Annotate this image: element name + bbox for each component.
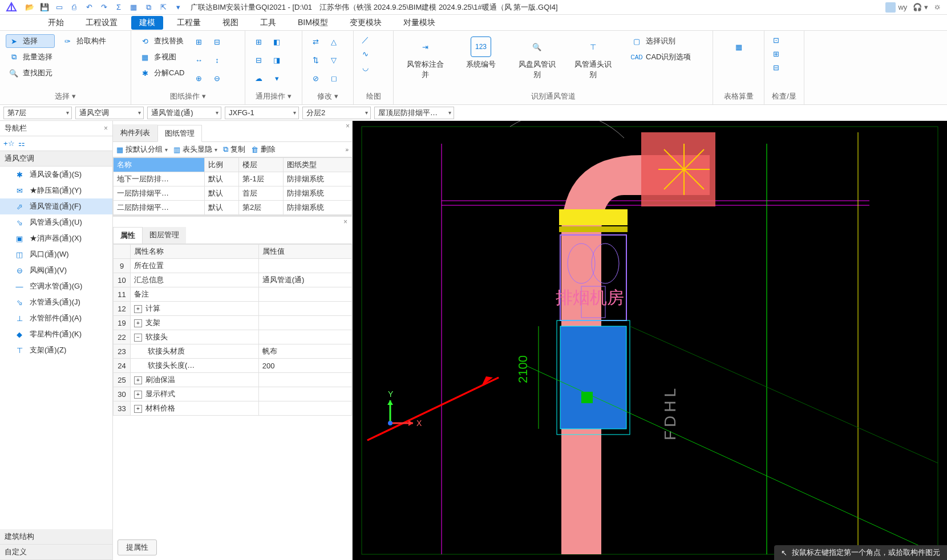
batch-select-button[interactable]: ⧉批量选择 — [6, 50, 55, 64]
main-tab-6[interactable]: BIM模型 — [290, 16, 336, 30]
drawing-tool-6-icon[interactable]: ⊖ — [209, 71, 224, 86]
table-calc-button[interactable]: ▦ — [719, 34, 758, 90]
panel-close-icon[interactable]: × — [346, 122, 350, 130]
main-tab-1[interactable]: 工程设置 — [78, 16, 126, 30]
close-icon[interactable]: × — [104, 124, 108, 132]
main-tab-3[interactable]: 工程量 — [169, 16, 209, 30]
prop-tab-0[interactable]: 属性 — [113, 227, 143, 244]
check-tool-3-icon[interactable]: ⊟ — [770, 62, 782, 73]
sidebar-item-10[interactable]: ◆零星构件(通)(K) — [0, 326, 112, 342]
prop-row[interactable]: 30+显示样式 — [114, 387, 352, 401]
sidebar-filter-icon[interactable]: ⚏ — [18, 139, 25, 148]
sidebar-item-5[interactable]: ◫风口(通)(W) — [0, 246, 112, 262]
general-group-label[interactable]: 通用操作 ▾ — [251, 90, 296, 103]
general-tool-3-icon[interactable]: ⊟ — [251, 52, 266, 67]
explode-cad-button[interactable]: ✱分解CAD — [137, 66, 187, 80]
check-tool-1-icon[interactable]: ⊡ — [770, 34, 782, 46]
expand-icon[interactable]: + — [134, 405, 142, 413]
prop-row[interactable]: 24软接头长度(…200 — [114, 359, 352, 373]
drawing-tab-1[interactable]: 图纸管理 — [157, 125, 202, 142]
drawing-tool-5-icon[interactable]: ⊕ — [191, 71, 206, 86]
prop-row[interactable]: 10汇总信息通风管道(通) — [114, 273, 352, 287]
sidebar-item-0[interactable]: ✱通风设备(通)(S) — [0, 167, 112, 182]
sidebar-item-6[interactable]: ⊖风阀(通)(V) — [0, 262, 112, 278]
fancoil-duct-recognize-button[interactable]: 🔍风盘风管识别 — [511, 34, 562, 82]
select-button[interactable]: ➤选择 — [6, 34, 55, 48]
duct-fitting-recognize-button[interactable]: ⊤风管通头识别 — [567, 34, 618, 82]
line-tool-icon[interactable]: ／ — [359, 34, 371, 46]
prop-row[interactable]: 23软接头材质帆布 — [114, 344, 352, 359]
component-select[interactable]: 通风管道(通) — [147, 107, 221, 119]
qat-copy-icon[interactable]: ⧉ — [143, 2, 154, 13]
prop-row[interactable]: 33+材料价格 — [114, 401, 352, 416]
drawing-tab-0[interactable]: 构件列表 — [113, 124, 157, 141]
prop-tab-1[interactable]: 图层管理 — [143, 227, 186, 244]
qat-layout-icon[interactable]: ▦ — [128, 2, 139, 13]
drawing-col-0[interactable]: 名称 — [114, 158, 205, 172]
sidebar-item-9[interactable]: ⊥水管部件(通)(A) — [0, 310, 112, 326]
arc-tool-icon[interactable]: ◡ — [359, 62, 371, 73]
duct-label-merge-button[interactable]: ⇥风管标注合并 — [399, 34, 451, 82]
modify-tool-6-icon[interactable]: ◻ — [326, 71, 341, 86]
general-tool-6-icon[interactable]: ▾ — [269, 71, 284, 86]
qat-undo-icon[interactable]: ↶ — [83, 2, 95, 13]
splitter[interactable] — [113, 214, 352, 217]
sidebar-item-8[interactable]: ⬂水管通头(通)(J) — [0, 294, 112, 310]
drawing-tool-3-icon[interactable]: ↔ — [191, 52, 206, 67]
expand-icon[interactable]: + — [134, 305, 142, 313]
sidebar-bottom-1[interactable]: 自定义 — [0, 545, 112, 560]
sidebar-category[interactable]: 通风空调 — [0, 151, 112, 167]
main-tab-4[interactable]: 视图 — [215, 16, 246, 30]
drawing-tool-1-icon[interactable]: ⊞ — [191, 34, 206, 49]
drawing-canvas[interactable]: 2100 排烟机房 FDHL X Y ↖ 按鼠标左键指定第一个角 — [353, 121, 947, 560]
sidebar-item-4[interactable]: ▣★消声器(通)(X) — [0, 230, 112, 246]
floor-select[interactable]: 第7层 — [3, 107, 72, 119]
sidebar-item-1[interactable]: ✉★静压箱(通)(Y) — [0, 182, 112, 198]
find-replace-button[interactable]: ⟲查找替换 — [137, 34, 187, 48]
group-by-button[interactable]: ▦按默认分组 ▾ — [116, 144, 168, 155]
plan-select[interactable]: 屋顶层防排烟平… — [374, 107, 454, 119]
polyline-tool-icon[interactable]: ∿ — [359, 48, 371, 59]
header-toggle-button[interactable]: ▥表头显隐 ▾ — [173, 144, 217, 155]
find-element-button[interactable]: 🔍查找图元 — [6, 66, 55, 80]
prop-row[interactable]: 22−软接头 — [114, 330, 352, 344]
prop-row[interactable]: 11备注 — [114, 287, 352, 302]
modify-tool-3-icon[interactable]: ⇅ — [308, 52, 323, 67]
general-tool-5-icon[interactable]: ☁ — [251, 71, 266, 86]
extract-prop-button[interactable]: 提属性 — [118, 539, 157, 555]
main-tab-5[interactable]: 工具 — [252, 16, 284, 30]
qat-sum-icon[interactable]: Σ — [113, 2, 124, 13]
qat-open-icon[interactable]: 📂 — [24, 2, 35, 13]
select-group-label[interactable]: 选择 ▾ — [6, 90, 125, 103]
prop-row[interactable]: 9所在位置 — [114, 259, 352, 273]
sidebar-item-3[interactable]: ⬂风管通头(通)(U) — [0, 214, 112, 230]
modify-tool-5-icon[interactable]: ⊘ — [308, 71, 323, 86]
qat-export-icon[interactable]: ⇱ — [157, 2, 169, 13]
sidebar-item-7[interactable]: —空调水管(通)(G) — [0, 278, 112, 294]
system-select[interactable]: 通风空调 — [75, 107, 144, 119]
modify-tool-2-icon[interactable]: △ — [326, 34, 341, 49]
expand-icon[interactable]: − — [134, 334, 142, 342]
select-recognize-button[interactable]: ▢选择识别 — [629, 34, 693, 48]
general-tool-2-icon[interactable]: ◧ — [269, 34, 284, 49]
delete-button[interactable]: 🗑删除 — [251, 144, 276, 155]
qat-save-icon[interactable]: 💾 — [39, 2, 50, 13]
more-icon[interactable]: » — [345, 147, 349, 153]
drawing-row[interactable]: 地下一层防排…默认第-1层防排烟系统 — [114, 172, 352, 186]
headset-icon[interactable]: 🎧 ▾ — [913, 3, 928, 11]
general-tool-1-icon[interactable]: ⊞ — [251, 34, 266, 49]
qat-more-icon[interactable]: ▾ — [172, 2, 184, 13]
expand-icon[interactable]: + — [134, 376, 142, 384]
modify-tool-1-icon[interactable]: ⇄ — [308, 34, 323, 49]
settings-icon[interactable]: ⛭ — [934, 3, 941, 11]
drawing-tool-2-icon[interactable]: ⊟ — [209, 34, 224, 49]
drawing-tool-4-icon[interactable]: ↕ — [209, 52, 224, 67]
drawing-row[interactable]: 一层防排烟平…默认首层防排烟系统 — [114, 186, 352, 201]
prop-row[interactable]: 25+刷油保温 — [114, 373, 352, 387]
prop-row[interactable]: 12+计算 — [114, 302, 352, 316]
sidebar-item-2[interactable]: ⬀通风管道(通)(F) — [0, 198, 112, 214]
check-tool-2-icon[interactable]: ⊞ — [770, 48, 782, 59]
sidebar-add-icon[interactable]: +☆ — [3, 139, 15, 148]
layer-select[interactable]: 分层2 — [302, 107, 371, 119]
sidebar-bottom-0[interactable]: 建筑结构 — [0, 529, 112, 545]
